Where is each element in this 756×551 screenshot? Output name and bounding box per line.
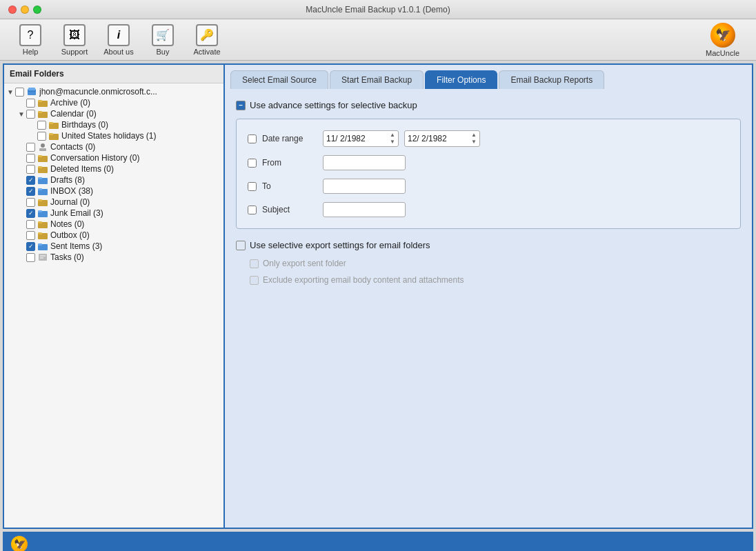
tree-checkbox-journal[interactable] <box>26 198 35 207</box>
tree-checkbox-us-holidays[interactable] <box>37 132 46 141</box>
date-from-value: 11/ 2/1982 <box>326 134 387 143</box>
tree-checkbox-contacts[interactable] <box>26 143 35 152</box>
tab-backup-reports[interactable]: Email Backup Reports <box>499 70 604 89</box>
titlebar: MacUncle Email Backup v1.0.1 (Demo) <box>0 0 756 19</box>
tree-label-inbox: INBOX (38) <box>50 186 93 196</box>
maximize-button[interactable] <box>33 6 41 14</box>
tree-icon-deleted <box>37 164 48 174</box>
date-to-value: 12/ 2/1982 <box>408 134 468 143</box>
tree-icon-journal <box>37 197 48 207</box>
tree-label-outbox: Outbox (0) <box>50 230 90 240</box>
tree-checkbox-conv-history[interactable] <box>26 154 35 163</box>
macuncle-logo: 🦅 MacUncle <box>706 23 739 57</box>
tree-icon-calendar <box>37 109 48 119</box>
from-row: From <box>248 155 729 170</box>
tree-item-contacts[interactable]: Contacts (0) <box>4 141 223 152</box>
tree-checkbox-tasks[interactable] <box>26 253 35 262</box>
from-checkbox[interactable] <box>248 159 257 168</box>
support-button[interactable]: 🖼 Support <box>55 24 94 56</box>
tree-item-outbox[interactable]: Outbox (0) <box>4 230 223 241</box>
advance-settings-checkbox[interactable] <box>236 101 246 110</box>
date-from-input[interactable]: 11/ 2/1982 ▲ ▼ <box>323 130 399 147</box>
right-panel: Select Email SourceStart Email BackupFil… <box>225 65 752 528</box>
left-panel: Email Folders ▼jhon@macuncle.onmicrosoft… <box>4 65 225 528</box>
tree-checkbox-inbox[interactable] <box>26 187 35 196</box>
tab-start-backup[interactable]: Start Email Backup <box>330 70 424 89</box>
filter-box: Date range 11/ 2/1982 ▲ ▼ 12/ 2/1982 ▲ ▼ <box>236 119 741 229</box>
tree-item-journal[interactable]: Journal (0) <box>4 197 223 208</box>
tree-label-deleted: Deleted Items (0) <box>50 164 114 174</box>
tab-select-source[interactable]: Select Email Source <box>230 70 328 89</box>
tree-checkbox-drafts[interactable] <box>26 176 35 185</box>
about-label: About us <box>103 48 133 56</box>
tree-item-deleted[interactable]: Deleted Items (0) <box>4 163 223 174</box>
tree-checkbox-archive[interactable] <box>26 99 35 108</box>
date-to-down[interactable]: ▼ <box>471 139 477 146</box>
window-controls[interactable] <box>8 6 41 14</box>
tree-item-archive[interactable]: Archive (0) <box>4 97 223 108</box>
main-container: Email Folders ▼jhon@macuncle.onmicrosoft… <box>3 63 753 529</box>
advance-settings-row: Use advance settings for selective backu… <box>236 100 741 110</box>
date-to-stepper[interactable]: ▲ ▼ <box>471 132 477 146</box>
svg-rect-1 <box>28 88 35 91</box>
date-range-row: Date range 11/ 2/1982 ▲ ▼ 12/ 2/1982 ▲ ▼ <box>248 130 729 147</box>
date-to-input[interactable]: 12/ 2/1982 ▲ ▼ <box>404 130 480 147</box>
tab-filter-options[interactable]: Filter Options <box>425 70 497 89</box>
svg-rect-12 <box>39 148 46 151</box>
tree-icon-archive <box>37 98 48 108</box>
buy-label: Buy <box>157 48 170 56</box>
tree-item-inbox[interactable]: INBOX (38) <box>4 186 223 197</box>
activate-button[interactable]: 🔑 Activate <box>188 24 226 56</box>
tree-icon-contacts <box>37 142 48 152</box>
date-to-up[interactable]: ▲ <box>471 132 477 139</box>
tree-item-calendar[interactable]: ▼Calendar (0) <box>4 108 223 119</box>
tree-icon-drafts <box>37 175 48 185</box>
tree-item-notes[interactable]: Notes (0) <box>4 219 223 230</box>
svg-rect-30 <box>38 243 42 246</box>
svg-rect-24 <box>38 210 42 212</box>
date-range-label: Date range <box>262 134 317 143</box>
subject-input[interactable] <box>323 202 406 217</box>
tree-icon-us-holidays <box>48 131 59 141</box>
tree-checkbox-junk[interactable] <box>26 209 35 218</box>
tree-checkbox-account[interactable] <box>15 88 24 97</box>
date-from-down[interactable]: ▼ <box>390 139 395 146</box>
tree-label-tasks: Tasks (0) <box>50 252 84 262</box>
date-from-stepper[interactable]: ▲ ▼ <box>390 132 395 146</box>
tree-item-junk[interactable]: Junk Email (3) <box>4 208 223 219</box>
tree-checkbox-deleted[interactable] <box>26 165 35 174</box>
selective-export-checkbox[interactable] <box>236 241 246 250</box>
to-checkbox[interactable] <box>248 182 257 191</box>
about-button[interactable]: i About us <box>99 24 138 56</box>
tree-checkbox-notes[interactable] <box>26 220 35 229</box>
tree-item-drafts[interactable]: Drafts (8) <box>4 174 223 186</box>
exclude-body-checkbox[interactable] <box>250 276 259 285</box>
to-input[interactable] <box>323 179 406 194</box>
tree-item-sent[interactable]: Sent Items (3) <box>4 241 223 252</box>
close-button[interactable] <box>8 6 17 14</box>
tree-checkbox-sent[interactable] <box>26 242 35 251</box>
subject-checkbox[interactable] <box>248 206 257 214</box>
tree-checkbox-calendar[interactable] <box>26 110 35 119</box>
help-label: Help <box>23 48 39 56</box>
tree-checkbox-outbox[interactable] <box>26 231 35 240</box>
help-button[interactable]: ? Help <box>11 24 50 56</box>
tree-item-birthdays[interactable]: Birthdays (0) <box>4 119 223 130</box>
date-range-checkbox[interactable] <box>248 134 257 143</box>
tree-item-tasks[interactable]: Tasks (0) <box>4 252 223 263</box>
tree-item-account[interactable]: ▼jhon@macuncle.onmicrosoft.c... <box>4 86 223 97</box>
only-sent-checkbox[interactable] <box>250 259 259 268</box>
tree-item-us-holidays[interactable]: United States holidays (1) <box>4 130 223 141</box>
svg-rect-4 <box>38 100 42 102</box>
date-from-up[interactable]: ▲ <box>390 132 395 139</box>
subject-row: Subject <box>248 202 729 217</box>
selective-export-label: Use selective export settings for email … <box>250 240 430 250</box>
buy-button[interactable]: 🛒 Buy <box>143 24 182 56</box>
tabs-row: Select Email SourceStart Email BackupFil… <box>225 65 752 89</box>
tree-item-conv-history[interactable]: Conversation History (0) <box>4 152 223 163</box>
macuncle-logo-label: MacUncle <box>706 49 739 57</box>
from-input[interactable] <box>323 155 406 170</box>
minimize-button[interactable] <box>21 6 29 14</box>
tree-checkbox-birthdays[interactable] <box>37 121 46 130</box>
help-icon: ? <box>19 24 41 46</box>
